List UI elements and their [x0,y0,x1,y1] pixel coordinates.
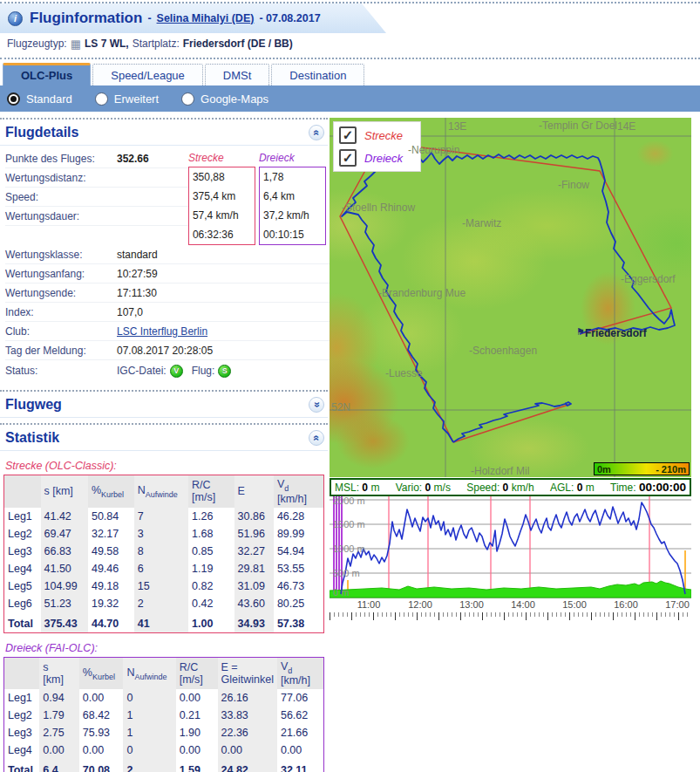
flugweg-header: Flugweg « [0,390,328,418]
map-label: Friedersdorf [585,327,647,339]
flugdetails-title: Flugdetails [5,125,78,140]
table-cell: 0.00 [79,689,124,707]
map-label: -Eggersdorf [621,273,676,285]
table-cell: Leg4 [4,741,40,759]
pilot-link[interactable]: Selina Mihalyi (DE) [157,12,255,24]
table-cell: Leg2 [4,525,41,543]
detail-label: Wertungsanfang: [5,268,117,280]
legend-label: Dreieck [364,152,403,165]
map-label: 13E [448,120,466,133]
barogram[interactable]: 2000 m1500 m1000 m500 m0 m11:0012:0013:0… [330,496,691,612]
view-option-erweitert[interactable]: Erweitert [95,92,159,106]
dreieck-values-box: 1,786,4 km37,2 km/h00:10:15 [259,167,326,245]
table-cell: 19.32 [88,595,134,612]
map-label: -Brandenburg Mue [378,287,466,299]
svg-text:11:00: 11:00 [357,599,381,610]
flugweg-expand-button[interactable]: « [309,397,324,413]
club-link[interactable]: LSC Interflug Berlin [117,325,207,338]
status-label: Status: [5,365,117,377]
table-cell: 7 [134,508,188,525]
fluginformation-page: i Fluginformation - Selina Mihalyi (DE) … [0,0,700,772]
table-cell: 0.94 [39,689,78,707]
table-cell: 6 [134,560,188,577]
header-divider [0,58,700,59]
tab-speed-league[interactable]: Speed/League [92,64,203,85]
map-label: 52N [331,401,350,413]
radio-label: Erweitert [114,92,159,106]
detail-value: 107,0 [117,306,143,318]
table-cell: Leg1 [4,508,41,525]
table-cell: Leg6 [4,595,41,612]
flight-map[interactable]: ✓Strecke✓Dreieck 0m - 210m 13E-Templin G… [330,118,691,477]
detail-value: 17:11:30 [117,287,157,299]
map-label: -Schoenhagen [469,345,537,357]
column-header: R/C [m/s] [188,475,234,508]
flug-label: Flug: [192,365,215,377]
statistik-body: Strecke (OLC-Classic):s [km]%KurbelNAufw… [0,460,330,772]
flugdetails-collapse-button[interactable]: « [309,125,324,140]
detail-row: Wertungsklasse:standard [5,245,330,264]
statistics-table: s [km]%KurbelNAufwindeR/C [m/s]EVd [km/h… [3,475,324,633]
detail-row: Speed: [5,188,188,207]
table-cell: 1.90 [176,724,218,741]
detail-value: 07.08.2017 20:28:05 [117,345,213,357]
time-slider-ruler[interactable] [330,612,691,624]
strecke-checkbox[interactable]: ✓ [339,126,357,144]
table-cell: 33.83 [218,707,277,724]
table-cell: Leg3 [4,543,41,560]
svg-text:1000 m: 1000 m [333,543,365,554]
statistik-collapse-button[interactable]: « [309,430,324,446]
table-cell: 1.59 [176,759,218,772]
table-cell: 0 [123,741,175,759]
top-divider [0,2,700,3]
svg-text:12:00: 12:00 [408,599,432,610]
aircraft-row: Flugzeugtyp: ▦ LS 7 WL, Startplatz: Frie… [7,38,293,50]
column-header: s[km] [39,657,78,689]
column-header: E =Gleitwinkel [218,657,277,689]
table-row: Leg5104.9949.18150.8231.0946.73 [4,577,324,595]
table-cell: 32.17 [88,525,134,543]
table-cell: 2 [123,759,175,772]
table-cell: 0.00 [176,741,218,759]
tab-destination[interactable]: Destination [271,64,364,85]
map-label: -Finow [558,179,589,191]
map-label: -Marwitz [462,217,501,229]
column-header: R/C[m/s] [176,657,218,689]
detail-label: Tag der Meldung: [5,345,117,357]
radio-icon[interactable] [7,92,20,106]
detail-value: 352.66 [117,153,149,165]
legend-item: ✓Dreieck [339,149,415,167]
flugweg-title: Flugweg [5,397,62,413]
flug-status-icon: S [218,365,231,378]
column-header: Vd[km/h] [277,657,324,689]
elevation-scale-badge: 0m - 210m [594,462,690,475]
table-cell: 49.18 [88,577,134,595]
table-cell: 22.36 [218,724,277,741]
table-cell: 49.46 [88,560,134,577]
column-header [4,475,41,508]
detail-row: Wertungsdauer: [5,207,188,226]
dreieck-checkbox[interactable]: ✓ [339,149,357,167]
column-header: E [234,475,274,508]
radio-label: Google-Maps [200,92,268,106]
tab-olc-plus[interactable]: OLC-Plus [3,63,91,85]
aircraft-type-value: LS 7 WL, [85,38,129,50]
detail-row: Punkte des Fluges:352.66 [5,149,188,168]
table-cell: 51.96 [234,525,274,543]
map-label: -Neuruppin [408,144,459,156]
igc-label: IGC-Datei: [117,365,167,377]
table-cell: 66.83 [41,543,88,560]
tab-dmst[interactable]: DMSt [205,64,270,85]
view-option-standard[interactable]: Standard [7,92,72,106]
radio-icon[interactable] [181,92,194,106]
radio-icon[interactable] [95,92,108,106]
detail-label: Club: [5,325,117,338]
table-cell: 57.38 [274,612,324,633]
table-icon: ▦ [71,38,81,50]
table-cell: Total [4,759,40,772]
flugdetails-body: Punkte des Fluges:352.66Wertungsdistanz:… [0,146,330,390]
detail-label: Speed: [5,191,117,203]
view-option-google-maps[interactable]: Google-Maps [181,92,268,106]
table-cell: 21.66 [277,724,324,741]
table-row: Leg10.940.0000.0026.1677.06 [4,689,324,707]
